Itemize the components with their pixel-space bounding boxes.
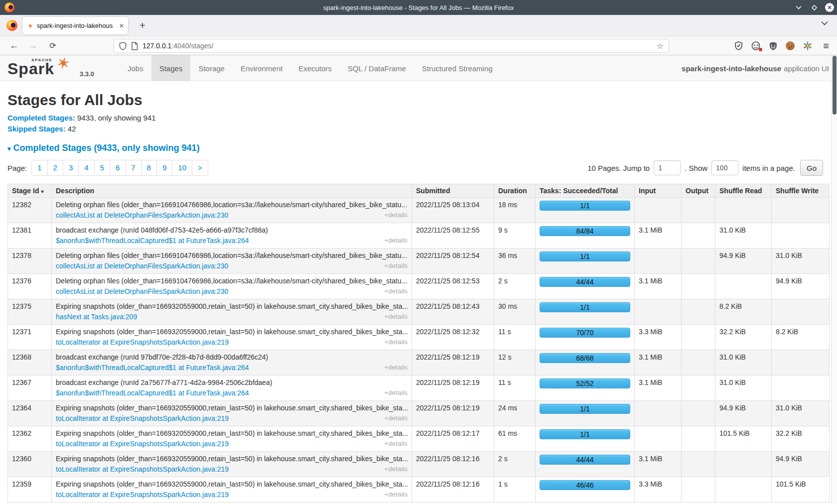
column-header-output[interactable]: Output [682, 184, 715, 198]
completed-stages-section-header[interactable]: ▾Completed Stages (9433, only showing 94… [7, 143, 823, 153]
firefox-icon[interactable] [6, 20, 17, 31]
output-cell [682, 426, 715, 452]
stage-description: Deleting orphan files (older_than=166910… [56, 252, 408, 259]
go-button[interactable]: Go [800, 160, 823, 176]
nav-item-sql-dataframe[interactable]: SQL / DataFrame [340, 55, 414, 81]
show-count-input[interactable] [711, 160, 738, 175]
nav-item-jobs[interactable]: Jobs [120, 55, 151, 81]
column-header-stage-id[interactable]: Stage Id▾ [8, 184, 52, 198]
stage-detail-link[interactable]: toLocalIterator at ExpireSnapshotsSparkA… [56, 414, 229, 422]
page-button-6[interactable]: 6 [110, 160, 126, 176]
window-title: spark-ingest-into-lakehouse - Stages for… [0, 4, 837, 11]
page-scrollbar[interactable] [831, 55, 837, 504]
new-tab-button[interactable]: + [136, 19, 149, 33]
column-header-input[interactable]: Input [635, 184, 682, 198]
asterisk-extension-icon[interactable] [803, 41, 812, 50]
nav-item-environment[interactable]: Environment [233, 55, 290, 81]
tasks-cell: 1/1 [536, 249, 635, 274]
nav-item-storage[interactable]: Storage [190, 55, 233, 81]
forward-icon[interactable]: → [25, 40, 41, 51]
page-button-10[interactable]: 10 [172, 160, 192, 176]
shield-icon[interactable] [119, 42, 127, 50]
back-icon[interactable]: ← [6, 40, 22, 51]
nav-item-stages[interactable]: Stages [151, 55, 191, 81]
column-header-submitted[interactable]: Submitted [412, 184, 494, 198]
stage-description: Expiring snapshots (older_than=166932055… [56, 429, 408, 437]
completed-stages-link[interactable]: Completed Stages: [7, 114, 75, 122]
completed-stages-value: 9433, only showing 941 [75, 114, 156, 122]
page-button-9[interactable]: 9 [156, 160, 172, 176]
stage-detail-link[interactable]: toLocalIterator at ExpireSnapshotsSparkA… [56, 491, 229, 499]
column-header-shuffle-read[interactable]: Shuffle Read [715, 184, 772, 198]
stage-detail-link[interactable]: hasNext at Tasks.java:209 [56, 313, 137, 321]
ublock-shield-extension-icon[interactable] [769, 42, 777, 50]
details-toggle[interactable]: +details [384, 491, 408, 499]
details-toggle[interactable]: +details [384, 414, 408, 422]
stage-detail-link[interactable]: toLocalIterator at ExpireSnapshotsSparkA… [56, 465, 229, 473]
page-button-4[interactable]: 4 [78, 160, 94, 176]
spark-favicon-icon: ✶ [26, 21, 34, 30]
stage-detail-link[interactable]: toLocalIterator at ExpireSnapshotsSparkA… [56, 440, 229, 448]
duration-cell: 24 ms [494, 401, 536, 426]
reload-icon[interactable]: ⟳ [45, 41, 61, 50]
page-button-7[interactable]: 7 [125, 160, 141, 176]
stage-detail-link[interactable]: $anonfun$withThreadLocalCaptured$1 at Fu… [56, 237, 249, 245]
tab-close-icon[interactable]: ✕ [119, 22, 124, 29]
details-toggle[interactable]: +details [384, 313, 408, 321]
window-maximize-icon[interactable] [810, 3, 819, 12]
spark-logo[interactable]: APACHE Spark ✶ 3.3.0 [7, 55, 120, 81]
details-toggle[interactable]: +details [384, 389, 408, 397]
stage-detail-link[interactable]: collectAsList at DeleteOrphanFilesSparkA… [56, 211, 228, 219]
stage-detail-link[interactable]: collectAsList at DeleteOrphanFilesSparkA… [56, 287, 228, 295]
scrollbar-thumb[interactable] [833, 56, 837, 115]
window-minimize-icon[interactable] [794, 3, 803, 12]
details-toggle[interactable]: +details [384, 237, 408, 245]
next-page-button[interactable]: > [192, 160, 208, 176]
stage-detail-link[interactable]: $anonfun$withThreadLocalCaptured$1 at Fu… [56, 389, 249, 397]
table-row: 12362Expiring snapshots (older_than=1669… [8, 426, 830, 452]
details-toggle[interactable]: +details [384, 262, 408, 270]
stage-detail-link[interactable]: toLocalIterator at ExpireSnapshotsSparkA… [56, 338, 229, 346]
skipped-stages-link[interactable]: Skipped Stages: [7, 125, 66, 133]
menu-hamburger-icon[interactable]: ≡ [823, 40, 829, 51]
details-toggle[interactable]: +details [384, 338, 408, 346]
nav-item-executors[interactable]: Executors [290, 55, 340, 81]
url-text[interactable]: 127.0.0.1:4040/stages/ [142, 42, 657, 50]
tasks-progress-bar: 46/46 [540, 480, 630, 490]
column-header-tasks-succeeded-total[interactable]: Tasks: Succeeded/Total [536, 184, 635, 198]
browser-tab[interactable]: ✶ spark-ingest-into-lakehous ✕ [22, 17, 128, 34]
list-tabs-chevron-icon[interactable] [821, 21, 828, 25]
stage-detail-link[interactable]: $anonfun$withThreadLocalCaptured$1 at Fu… [56, 364, 249, 372]
column-header-description[interactable]: Description [52, 184, 412, 198]
output-cell [682, 350, 715, 376]
bookmark-star-icon[interactable]: ☆ [657, 41, 664, 51]
cookie-extension-icon[interactable] [786, 41, 795, 50]
table-row: 12382Deleting orphan files (older_than=1… [8, 198, 830, 223]
page-button-2[interactable]: 2 [47, 160, 63, 176]
input-cell [635, 198, 682, 223]
page-button-5[interactable]: 5 [94, 160, 110, 176]
details-toggle[interactable]: +details [384, 440, 408, 448]
page-button-1[interactable]: 1 [31, 160, 47, 176]
column-header-shuffle-write[interactable]: Shuffle Write [772, 184, 830, 198]
shield-check-extension-icon[interactable] [734, 41, 743, 50]
details-toggle[interactable]: +details [384, 364, 408, 372]
stage-detail-link[interactable]: collectAsList at DeleteOrphanFilesSparkA… [56, 262, 228, 270]
duration-cell: 61 ms [494, 426, 536, 452]
column-header-duration[interactable]: Duration [494, 184, 536, 198]
page-button-3[interactable]: 3 [63, 160, 79, 176]
details-toggle[interactable]: +details [384, 211, 408, 219]
page-info-icon[interactable] [131, 42, 138, 50]
details-toggle[interactable]: +details [384, 287, 408, 295]
jump-to-input[interactable] [654, 160, 681, 175]
details-toggle[interactable]: +details [384, 465, 408, 473]
mask-extension-icon[interactable] [751, 41, 761, 50]
window-close-icon[interactable]: ✕ [825, 3, 834, 12]
url-bar[interactable]: 127.0.0.1:4040/stages/ ☆ [114, 39, 669, 53]
page-button-8[interactable]: 8 [141, 160, 157, 176]
page-content: Stages for All Jobs Completed Stages: 94… [0, 81, 831, 503]
nav-item-structured-streaming[interactable]: Structured Streaming [414, 55, 501, 81]
page-title: Stages for All Jobs [7, 91, 823, 109]
stage-description: Expiring snapshots (older_than=166932055… [56, 328, 408, 336]
skipped-stages-summary: Skipped Stages: 42 [7, 124, 823, 134]
